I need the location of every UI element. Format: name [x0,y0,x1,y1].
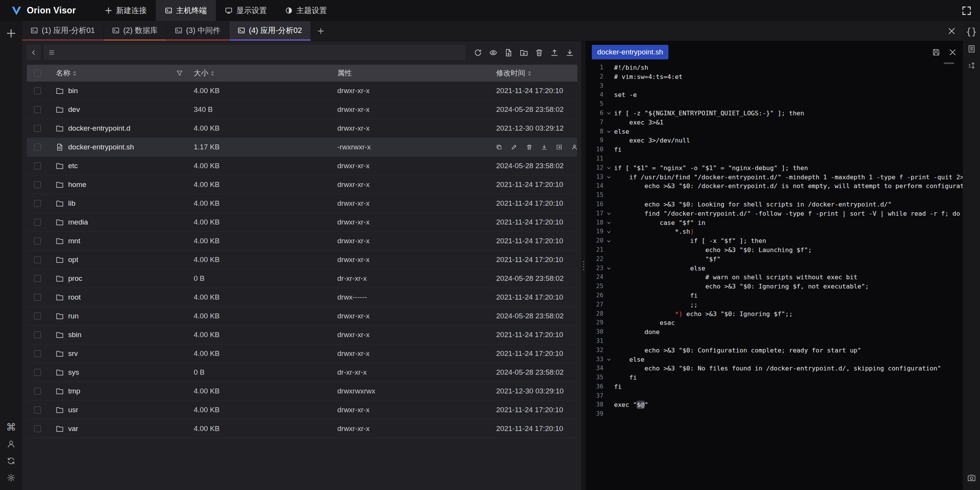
move-icon[interactable] [556,143,562,151]
fold-chevron-icon[interactable] [603,109,614,118]
terminal-tab-3[interactable]: (3) 中间件 [167,21,229,41]
edit-icon[interactable] [511,143,517,151]
table-row[interactable]: tmp4.00 KBdrwxrwxrwx2021-12-30 03:29:10 [27,382,577,401]
rail-item-braces[interactable]: {} [963,23,980,40]
fold-chevron-icon[interactable] [603,209,614,218]
new-file-button[interactable] [501,45,516,60]
fold-chevron-icon[interactable] [603,173,614,182]
fold-chevron-icon[interactable] [603,355,614,364]
table-row[interactable]: run4.00 KBdrwxr-xr-x2024-05-28 23:58:02 [27,307,577,326]
add-tab-button[interactable] [311,21,331,41]
fold-chevron-icon[interactable] [603,127,614,136]
fold-chevron-icon[interactable] [603,227,614,236]
table-row[interactable]: var4.00 KBdrwxr-xr-x2021-11-24 17:20:10 [27,420,577,438]
table-row[interactable]: usr4.00 KBdrwxr-xr-x2021-11-24 17:20:10 [27,401,577,420]
sort-carets[interactable] [528,71,531,76]
editor-file-tab[interactable]: docker-entrypoint.sh [592,45,668,59]
row-checkbox[interactable] [34,350,41,357]
terminal-tab-4[interactable]: (4) 应用-分析02 [229,21,311,41]
table-row[interactable]: root4.00 KBdrwx------2021-11-24 17:20:10 [27,288,577,307]
rail-item-plus[interactable] [0,25,22,42]
delete-button[interactable] [531,45,547,60]
nav-item-plus[interactable]: 新建连接 [96,0,156,21]
row-checkbox[interactable] [34,369,41,376]
rail-item-gear[interactable] [0,469,22,486]
rail-item-command[interactable]: ⌘ [0,419,22,436]
panel-resize-handle[interactable] [581,41,586,490]
app-logo[interactable]: Orion Visor [0,0,86,21]
fold-chevron-icon[interactable] [603,236,614,246]
row-checkbox[interactable] [34,331,41,338]
row-checkbox[interactable] [34,256,41,263]
terminal-tab-2[interactable]: (2) 数据库 [104,21,167,41]
table-row[interactable]: lib4.00 KBdrwxr-xr-x2021-11-24 17:20:10 [27,194,577,213]
sort-carets[interactable] [211,71,214,76]
filter-icon[interactable] [176,70,183,77]
table-row[interactable]: dev340 Bdrwxr-xr-x2024-05-28 23:58:02 [27,100,577,119]
nav-item-terminal[interactable]: 主机终端 [156,0,216,21]
table-row[interactable]: media4.00 KBdrwxr-xr-x2021-11-24 17:20:1… [27,213,577,232]
download-button[interactable] [562,45,577,60]
fold-chevron-icon[interactable] [603,164,614,173]
refresh-button[interactable] [470,45,485,60]
table-row[interactable]: docker-entrypoint.d4.00 KBdrwxr-xr-x2021… [27,119,577,138]
new-folder-button[interactable] [516,45,531,60]
row-checkbox[interactable] [34,219,41,226]
fold-chevron-icon[interactable] [603,218,614,228]
code-area[interactable]: 1#!/bin/sh2# vim:sw=4:ts=4:et34set -e56i… [586,63,963,490]
rail-item-sort-number[interactable]: 1 [963,57,980,74]
nav-item-display[interactable]: 显示设置 [216,0,276,21]
table-row[interactable]: mnt4.00 KBdrwxr-xr-x2021-11-24 17:20:10 [27,232,577,251]
download-icon[interactable] [541,143,547,151]
table-row[interactable]: sys0 Bdr-xr-xr-x2024-05-28 23:58:02 [27,363,577,382]
sort-carets[interactable] [73,71,76,76]
row-checkbox[interactable] [34,106,41,113]
fold-chevron-icon[interactable] [603,264,614,273]
table-row[interactable]: etc4.00 KBdrwxr-xr-x2024-05-28 23:58:02 [27,157,577,175]
column-header-name[interactable]: 名称 [48,68,194,78]
copy-icon[interactable] [496,143,502,151]
row-checkbox[interactable] [34,406,41,413]
table-row[interactable]: home4.00 KBdrwxr-xr-x2021-11-24 17:20:10 [27,175,577,194]
path-input[interactable] [59,48,461,57]
table-row[interactable]: proc0 Bdr-xr-xr-x2024-05-28 23:58:02 [27,269,577,288]
table-row[interactable]: docker-entrypoint.sh1.17 KB-rwxrwxr-x [27,138,577,157]
rail-item-user[interactable] [0,436,22,452]
table-row[interactable]: opt4.00 KBdrwxr-xr-x2021-11-24 17:20:10 [27,251,577,269]
terminal-tab-1[interactable]: (1) 应用-分析01 [22,21,104,41]
save-icon[interactable] [932,48,940,56]
fullscreen-icon[interactable] [962,6,972,16]
upload-button[interactable] [547,45,562,60]
rail-item-camera[interactable] [963,469,980,486]
table-row[interactable]: bin4.00 KBdrwxr-xr-x2021-11-24 17:20:10 [27,82,577,100]
select-all-checkbox[interactable] [34,70,41,77]
row-checkbox[interactable] [34,181,41,188]
delete-icon[interactable] [526,143,532,151]
permission-icon[interactable] [572,143,577,151]
rail-item-sync[interactable] [0,452,22,469]
preview-eye-button[interactable] [485,45,501,60]
row-checkbox[interactable] [34,275,41,282]
table-row[interactable]: srv4.00 KBdrwxr-xr-x2021-11-24 17:20:10 [27,344,577,363]
row-checkbox[interactable] [34,388,41,395]
scrollbar-thumb[interactable] [944,62,954,64]
row-checkbox[interactable] [34,313,41,320]
close-icon[interactable] [947,27,956,35]
row-checkbox[interactable] [34,87,41,94]
nav-item-theme[interactable]: 主题设置 [276,0,336,21]
row-checkbox[interactable] [34,425,41,432]
path-menu-icon[interactable] [48,49,55,56]
row-checkbox[interactable] [34,125,41,132]
column-header-size[interactable]: 大小 [194,68,337,78]
row-checkbox[interactable] [34,200,41,207]
row-checkbox[interactable] [34,294,41,301]
row-checkbox[interactable] [34,144,41,151]
table-row[interactable]: sbin4.00 KBdrwxr-xr-x2021-11-24 17:20:10 [27,326,577,344]
folder-icon [56,181,64,188]
row-checkbox[interactable] [34,238,41,244]
rail-item-clipboard[interactable] [963,40,980,57]
row-checkbox[interactable] [34,162,41,169]
close-icon[interactable] [949,48,957,56]
back-button[interactable] [27,45,41,60]
column-header-mtime[interactable]: 修改时间 [496,68,577,78]
